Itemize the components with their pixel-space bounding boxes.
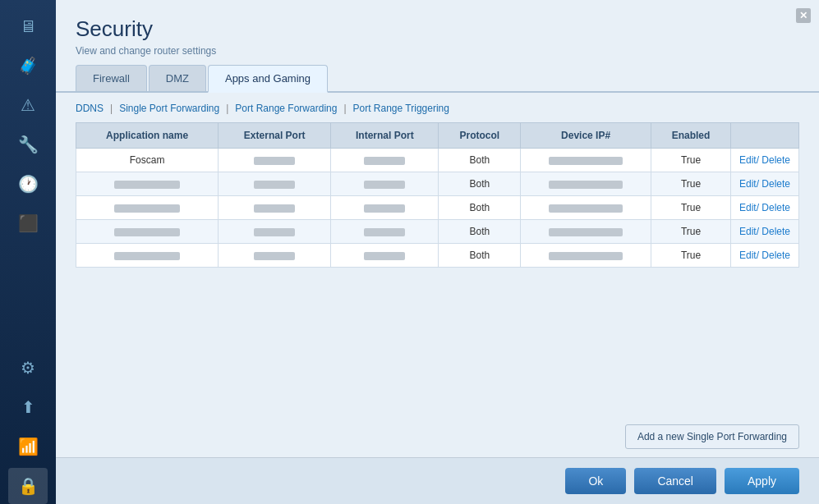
cell-protocol: Both bbox=[439, 244, 521, 268]
col-header-device-ip: Device IP# bbox=[521, 123, 651, 149]
sub-tabs-bar: DDNS | Single Port Forwarding | Port Ran… bbox=[56, 103, 819, 114]
cell-device-ip bbox=[521, 196, 651, 220]
warning-icon: ⚠ bbox=[21, 95, 35, 115]
main-content: ✕ Security View and change router settin… bbox=[56, 0, 819, 504]
sidebar-item-update[interactable]: ⬆ bbox=[8, 389, 48, 425]
cell-enabled: True bbox=[651, 244, 731, 268]
cell-edit-delete[interactable]: Edit/ Delete bbox=[730, 149, 798, 172]
sidebar-item-security[interactable]: 🔒 bbox=[8, 468, 48, 504]
cell-enabled: True bbox=[651, 196, 731, 220]
cell-edit-delete[interactable]: Edit/ Delete bbox=[730, 220, 798, 244]
add-single-port-forwarding-button[interactable]: Add a new Single Port Forwarding bbox=[625, 424, 799, 449]
cell-ext-port bbox=[219, 196, 331, 220]
tools-icon: 🔧 bbox=[18, 135, 39, 154]
cell-device-ip bbox=[521, 220, 651, 244]
cell-enabled: True bbox=[651, 149, 731, 172]
sub-tab-single-port-forwarding[interactable]: Single Port Forwarding bbox=[113, 103, 226, 114]
cell-edit-delete[interactable]: Edit/ Delete bbox=[730, 172, 798, 196]
security-panel: ✕ Security View and change router settin… bbox=[56, 0, 819, 504]
security-icon: 🔒 bbox=[18, 476, 39, 496]
cell-ext-port bbox=[219, 220, 331, 244]
panel-footer: Ok Cancel Apply bbox=[56, 457, 819, 504]
cell-protocol: Both bbox=[439, 172, 521, 196]
monitor-icon: 🖥 bbox=[20, 17, 36, 36]
port-forwarding-table: Application name External Port Internal … bbox=[76, 122, 799, 268]
cell-ext-port bbox=[219, 149, 331, 172]
cell-ext-port bbox=[219, 244, 331, 268]
gear-icon: ⚙ bbox=[21, 358, 35, 378]
sidebar-item-monitor[interactable]: 🖥 bbox=[8, 8, 48, 44]
sidebar-item-warning[interactable]: ⚠ bbox=[8, 87, 48, 123]
cell-app-name bbox=[76, 172, 219, 196]
cell-int-port bbox=[331, 220, 439, 244]
cell-edit-delete[interactable]: Edit/ Delete bbox=[730, 244, 798, 268]
table-row: Both True Edit/ Delete bbox=[76, 244, 799, 268]
col-header-protocol: Protocol bbox=[439, 123, 521, 149]
cell-app-name bbox=[76, 220, 219, 244]
cell-protocol: Both bbox=[439, 196, 521, 220]
cell-app-name bbox=[76, 196, 219, 220]
cell-app-name: Foscam bbox=[76, 149, 219, 172]
tab-firewall[interactable]: Firewall bbox=[76, 65, 147, 91]
cell-device-ip bbox=[521, 172, 651, 196]
tab-apps-gaming[interactable]: Apps and Gaming bbox=[208, 65, 328, 93]
page-subtitle: View and change router settings bbox=[76, 45, 799, 57]
briefcase-icon: 🧳 bbox=[18, 56, 39, 76]
col-header-app: Application name bbox=[76, 123, 219, 149]
cell-app-name bbox=[76, 244, 219, 268]
sidebar-item-tools[interactable]: 🔧 bbox=[8, 126, 48, 163]
cell-protocol: Both bbox=[439, 149, 521, 172]
tabs-bar: Firewall DMZ Apps and Gaming bbox=[56, 65, 819, 93]
cell-enabled: True bbox=[651, 220, 731, 244]
sidebar-item-usb[interactable]: ⬛ bbox=[8, 205, 48, 241]
page-title: Security bbox=[76, 16, 799, 42]
panel-header: Security View and change router settings bbox=[56, 0, 819, 65]
close-button[interactable]: ✕ bbox=[796, 8, 811, 23]
table-row: Both True Edit/ Delete bbox=[76, 196, 799, 220]
cell-int-port bbox=[331, 172, 439, 196]
table-row: Foscam Both True Edit/ Delete bbox=[76, 149, 799, 172]
cell-enabled: True bbox=[651, 172, 731, 196]
sub-tab-port-range-triggering[interactable]: Port Range Triggering bbox=[347, 103, 456, 114]
ok-button[interactable]: Ok bbox=[565, 468, 626, 494]
usb-icon: ⬛ bbox=[18, 213, 39, 233]
cell-device-ip bbox=[521, 149, 651, 172]
sub-tab-port-range-forwarding[interactable]: Port Range Forwarding bbox=[228, 103, 343, 114]
update-icon: ⬆ bbox=[21, 397, 35, 417]
tab-dmz[interactable]: DMZ bbox=[149, 65, 206, 91]
cell-int-port bbox=[331, 149, 439, 172]
table-row: Both True Edit/ Delete bbox=[76, 220, 799, 244]
cell-device-ip bbox=[521, 244, 651, 268]
sidebar-item-briefcase[interactable]: 🧳 bbox=[8, 48, 48, 84]
col-header-int-port: Internal Port bbox=[331, 123, 439, 149]
wifi-icon: 📶 bbox=[18, 437, 39, 456]
col-header-enabled: Enabled bbox=[651, 123, 731, 149]
cancel-button[interactable]: Cancel bbox=[634, 468, 716, 494]
table-area: Application name External Port Internal … bbox=[56, 122, 819, 416]
cell-int-port bbox=[331, 196, 439, 220]
cell-protocol: Both bbox=[439, 220, 521, 244]
add-button-row: Add a new Single Port Forwarding bbox=[56, 416, 819, 457]
sidebar-item-clock[interactable]: 🕐 bbox=[8, 166, 48, 202]
col-header-ext-port: External Port bbox=[219, 123, 331, 149]
col-header-actions bbox=[730, 123, 798, 149]
sidebar: 🖥 🧳 ⚠ 🔧 🕐 ⬛ ⚙ ⬆ 📶 🔒 bbox=[0, 0, 56, 504]
cell-edit-delete[interactable]: Edit/ Delete bbox=[730, 196, 798, 220]
sidebar-item-wifi[interactable]: 📶 bbox=[8, 428, 48, 465]
clock-icon: 🕐 bbox=[18, 174, 39, 194]
cell-ext-port bbox=[219, 172, 331, 196]
sidebar-item-gear[interactable]: ⚙ bbox=[8, 350, 48, 386]
apply-button[interactable]: Apply bbox=[725, 468, 799, 494]
cell-int-port bbox=[331, 244, 439, 268]
table-row: Both True Edit/ Delete bbox=[76, 172, 799, 196]
sub-tab-ddns[interactable]: DDNS bbox=[76, 103, 110, 114]
